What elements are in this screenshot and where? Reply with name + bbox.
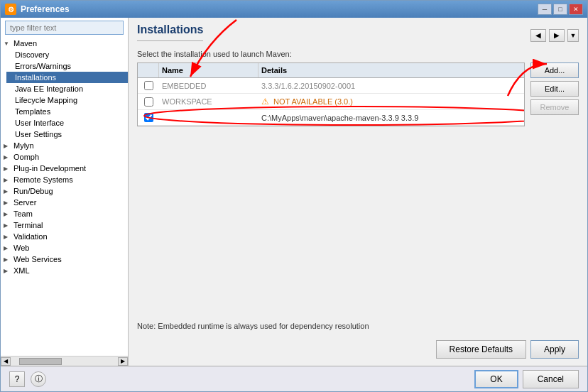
preferences-window: ⚙ Preferences ─ □ ✕ ▼ Maven	[0, 0, 588, 392]
oomph-arrow: ▶	[4, 154, 12, 160]
mylyn-group[interactable]: ▶ Mylyn	[1, 140, 128, 151]
ok-button[interactable]: OK	[474, 370, 518, 388]
tree-scroll-wrap: ▼ Maven Discovery Errors/Warnings Instal…	[1, 38, 128, 356]
help-button[interactable]: ?	[9, 371, 25, 387]
titlebar-left: ⚙ Preferences	[5, 4, 70, 15]
window-title: Preferences	[21, 4, 70, 14]
row1-checkbox[interactable]	[144, 81, 153, 90]
restore-defaults-button[interactable]: Restore Defaults	[436, 340, 526, 359]
xml-group[interactable]: ▶ XML	[1, 265, 128, 276]
validation-arrow: ▶	[4, 234, 12, 240]
main-content: ▼ Maven Discovery Errors/Warnings Instal…	[1, 18, 587, 366]
row2-checkbox[interactable]	[144, 97, 153, 107]
web-group[interactable]: ▶ Web	[1, 242, 128, 254]
row3-checkbox-cell	[138, 110, 159, 125]
row1-details: 3.3.3/1.6.2.20150902-0001	[258, 79, 524, 93]
sidebar-item-templates[interactable]: Templates	[6, 106, 128, 117]
apply-button[interactable]: Apply	[530, 340, 579, 359]
cancel-button[interactable]: Cancel	[523, 370, 579, 388]
sidebar-item-user-settings[interactable]: User Settings	[6, 129, 128, 140]
bottom-bar: Restore Defaults Apply	[137, 336, 579, 360]
xml-arrow: ▶	[4, 268, 12, 274]
maven-label: Maven	[13, 39, 37, 48]
sidebar-item-discovery[interactable]: Discovery	[6, 49, 128, 60]
remove-button[interactable]: Remove	[530, 99, 579, 115]
server-group[interactable]: ▶ Server	[1, 197, 128, 208]
plugin-dev-group[interactable]: ▶ Plug-in Development	[1, 163, 128, 174]
hscroll-thumb[interactable]	[19, 358, 62, 365]
hscroll-left-btn[interactable]: ◀	[1, 357, 11, 366]
search-input[interactable]	[5, 21, 124, 35]
team-arrow: ▶	[4, 211, 12, 217]
add-button[interactable]: Add...	[530, 62, 579, 78]
web-arrow: ▶	[4, 245, 12, 251]
bottom-right-buttons: OK Cancel	[474, 370, 579, 388]
run-debug-group[interactable]: ▶ Run/Debug	[1, 185, 128, 197]
col-header-check	[138, 63, 159, 77]
mylyn-arrow: ▶	[4, 143, 12, 149]
tree-hscroll[interactable]: ◀ ▶	[1, 356, 128, 366]
maximize-button[interactable]: □	[553, 4, 567, 15]
sidebar-item-java-ee[interactable]: Java EE Integration	[6, 83, 128, 94]
sidebar-item-installations[interactable]: Installations	[6, 72, 128, 83]
row2-details: ⚠ NOT AVAILABLE (3.0.)	[258, 94, 524, 109]
row3-details: C:\MyApps\maven\apache-maven-3.3.9 3.3.9	[258, 111, 524, 125]
table-header: Name Details	[138, 63, 524, 78]
close-button[interactable]: ✕	[569, 4, 583, 15]
window-bottom: ? ⓘ OK Cancel	[1, 366, 587, 391]
web-services-arrow: ▶	[4, 256, 12, 263]
web-services-group[interactable]: ▶ Web Services	[1, 254, 128, 265]
nav-dropdown-button[interactable]: ▼	[567, 29, 579, 42]
sidebar-item-lifecycle-mapping[interactable]: Lifecycle Mapping	[6, 94, 128, 106]
back-button[interactable]: ◀	[530, 29, 546, 42]
terminal-group[interactable]: ▶ Terminal	[1, 219, 128, 231]
table-section: Name Details EMBEDDED 3.3.3/1.6.2.201509…	[137, 62, 579, 316]
info-button[interactable]: ⓘ	[31, 371, 46, 387]
panel-subtitle: Select the installation used to launch M…	[137, 50, 579, 58]
row2-name: WORKSPACE	[159, 94, 258, 109]
edit-button[interactable]: Edit...	[530, 81, 579, 97]
oomph-group[interactable]: ▶ Oomph	[1, 151, 128, 163]
right-panel: Installations ◀ ▶ ▼ Select the installat…	[129, 18, 587, 366]
table-wrap: Name Details EMBEDDED 3.3.3/1.6.2.201509…	[137, 62, 525, 126]
warning-icon: ⚠	[261, 97, 269, 107]
hscroll-right-btn[interactable]: ▶	[118, 357, 128, 366]
row1-name: EMBEDDED	[159, 79, 258, 93]
server-arrow: ▶	[4, 200, 12, 206]
side-buttons: Add... Edit... Remove	[530, 62, 579, 115]
installations-table: Name Details EMBEDDED 3.3.3/1.6.2.201509…	[137, 62, 525, 126]
table-row: WORKSPACE ⚠ NOT AVAILABLE (3.0.)	[138, 94, 524, 110]
col-header-name: Name	[159, 63, 258, 77]
plugin-dev-arrow: ▶	[4, 165, 12, 172]
run-debug-arrow: ▶	[4, 188, 12, 195]
hscroll-track	[12, 358, 116, 365]
validation-group[interactable]: ▶ Validation	[1, 231, 128, 242]
titlebar-buttons: ─ □ ✕	[538, 4, 583, 15]
team-group[interactable]: ▶ Team	[1, 208, 128, 219]
remote-systems-group[interactable]: ▶ Remote Systems	[1, 174, 128, 185]
note-text: Note: Embedded runtime is always used fo…	[137, 322, 579, 330]
maven-subitems: Discovery Errors/Warnings Installations …	[1, 49, 128, 140]
table-row: C:\MyApps\maven\apache-maven-3.3.9 3.3.9	[138, 110, 524, 126]
row3-name	[159, 115, 258, 121]
titlebar: ⚙ Preferences ─ □ ✕	[1, 1, 587, 18]
col-header-details: Details	[258, 63, 524, 77]
row2-checkbox-cell	[138, 94, 159, 109]
bottom-left-icons: ? ⓘ	[9, 371, 46, 387]
left-panel: ▼ Maven Discovery Errors/Warnings Instal…	[1, 18, 129, 366]
maven-arrow: ▼	[4, 40, 12, 47]
maven-group[interactable]: ▼ Maven	[1, 38, 128, 49]
table-row: EMBEDDED 3.3.3/1.6.2.20150902-0001	[138, 78, 524, 94]
terminal-arrow: ▶	[4, 222, 12, 229]
row3-checkbox[interactable]	[144, 113, 153, 122]
panel-title: Installations	[137, 23, 203, 41]
forward-button[interactable]: ▶	[549, 29, 565, 42]
remote-systems-arrow: ▶	[4, 177, 12, 183]
tree-area: ▼ Maven Discovery Errors/Warnings Instal…	[1, 38, 128, 356]
row1-checkbox-cell	[138, 78, 159, 93]
sidebar-item-errors-warnings[interactable]: Errors/Warnings	[6, 60, 128, 72]
sidebar-item-user-interface[interactable]: User Interface	[6, 117, 128, 129]
minimize-button[interactable]: ─	[538, 4, 552, 15]
window-icon: ⚙	[5, 4, 16, 15]
